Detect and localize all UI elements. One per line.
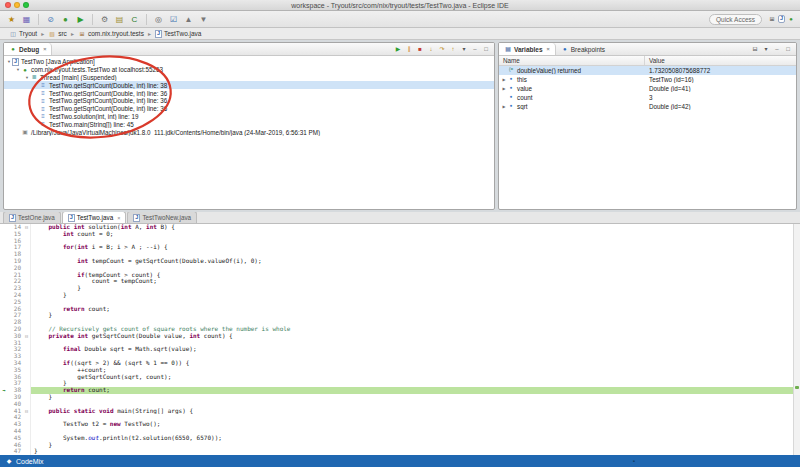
debug-tree-row[interactable]: ≡TestTwo.getSqrtCount(Double, int) line:… — [4, 105, 494, 113]
save-icon[interactable]: ▦ — [20, 13, 33, 26]
open-perspective-icon[interactable]: ⊞ — [768, 13, 776, 26]
variable-row[interactable]: ▶●thisTestTwo (id=16) — [499, 75, 796, 84]
fold-marker-icon[interactable]: ⊟ — [23, 224, 31, 231]
debug-tree-row[interactable]: ≡TestTwo.main(String[]) line: 45 — [4, 120, 494, 128]
code-line[interactable]: 24 } — [0, 292, 793, 299]
code-line[interactable]: 31 — [0, 340, 793, 347]
new-wizard-icon[interactable]: ★ — [5, 13, 18, 26]
minimize-icon[interactable]: – — [471, 46, 479, 52]
collapse-all-icon[interactable]: ⊟ — [751, 46, 759, 52]
code-line[interactable]: 20 — [0, 265, 793, 272]
tab-variables[interactable]: ▤Variables× — [499, 43, 556, 55]
code-line[interactable]: 44 — [0, 428, 793, 435]
code-line[interactable]: 15 int count = 0; — [0, 231, 793, 238]
overview-ruler[interactable] — [793, 224, 800, 455]
code-line[interactable]: 37 } — [0, 380, 793, 387]
breadcrumb-item[interactable]: JTestTwo.java — [152, 30, 205, 38]
code-line[interactable]: 22 count = tempCount; — [0, 278, 793, 285]
debug-tree-row[interactable]: ▼JTestTwo [Java Application] — [4, 58, 494, 66]
code-line[interactable]: 17 for(int i = B; i > A ; --i) { — [0, 244, 793, 251]
breadcrumb-item[interactable]: ▧src — [45, 30, 70, 37]
code-line[interactable]: 45 System.out.println(t2.solution(6550, … — [0, 435, 793, 442]
current-line-marker[interactable] — [795, 386, 799, 389]
breadcrumb-item[interactable]: ◫Tryout — [6, 30, 40, 37]
code-line[interactable]: 28 — [0, 319, 793, 326]
resume-icon[interactable]: ▶ — [394, 46, 402, 52]
editor-tab-testtwo-java[interactable]: JTestTwo.java× — [62, 211, 127, 223]
view-menu-icon[interactable]: ▾ — [460, 46, 468, 52]
search-icon[interactable]: ◎ — [152, 13, 165, 26]
code-line[interactable]: 30⊟ private int getSqrtCount(Double valu… — [0, 333, 793, 340]
code-line[interactable]: 36 getSqrtCount(sqrt, count); — [0, 374, 793, 381]
code-line[interactable]: 43 TestTwo t2 = new TestTwo(); — [0, 421, 793, 428]
variable-row[interactable]: ●count3 — [499, 93, 796, 102]
editor-tab-testtwonew-java[interactable]: JTestTwoNew.java — [127, 211, 197, 223]
breadcrumb-item[interactable]: ⊞com.nix.tryout.tests — [75, 30, 147, 37]
close-icon[interactable]: × — [547, 46, 550, 52]
suspend-icon[interactable]: ∥ — [405, 46, 413, 52]
debug-tree-row[interactable]: ≡TestTwo.getSqrtCount(Double, int) line:… — [4, 89, 494, 97]
code-line[interactable]: →38 return count; — [0, 387, 793, 394]
close-window-button[interactable] — [5, 2, 11, 8]
debug-tree-row[interactable]: ▣/Library/Java/JavaVirtualMachines/jdk1.… — [4, 128, 494, 136]
code-line[interactable]: 27 } — [0, 312, 793, 319]
code-line[interactable]: 47} — [0, 448, 793, 455]
java-perspective-icon[interactable]: J — [778, 15, 785, 23]
run-icon[interactable]: ▶ — [74, 13, 87, 26]
debug-tree-row[interactable]: ▼≣Thread [main] (Suspended) — [4, 74, 494, 82]
prev-annotation-icon[interactable]: ▲ — [182, 13, 195, 26]
skip-breakpoints-icon[interactable]: ⊘ — [44, 13, 57, 26]
code-line[interactable]: 42 — [0, 414, 793, 421]
fold-marker-icon[interactable]: ⊟ — [23, 408, 31, 415]
code-line[interactable]: 39 } — [0, 394, 793, 401]
step-return-icon[interactable]: ↑ — [449, 46, 457, 52]
variable-row[interactable]: (=doubleValue() returned1.73205080756887… — [499, 66, 796, 75]
debug-perspective-icon[interactable]: ● — [787, 13, 795, 26]
code-line[interactable]: 32 final Double sqrt = Math.sqrt(value); — [0, 346, 793, 353]
maximize-icon[interactable]: □ — [482, 46, 490, 52]
maximize-icon[interactable]: □ — [784, 46, 792, 52]
close-icon[interactable]: × — [117, 215, 120, 221]
view-menu-icon[interactable]: ▾ — [762, 46, 770, 52]
zoom-window-button[interactable] — [23, 2, 29, 8]
minimize-icon[interactable]: – — [773, 46, 781, 52]
code-line[interactable]: 33 — [0, 353, 793, 360]
task-icon[interactable]: ☑ — [167, 13, 180, 26]
variable-row[interactable]: ▶●sqrtDouble (id=42) — [499, 102, 796, 111]
debug-tree-row[interactable]: ≡TestTwo.getSqrtCount(Double, int) line:… — [4, 81, 494, 89]
code-line[interactable]: 16 — [0, 238, 793, 245]
coverage-icon[interactable]: ▤ — [113, 13, 126, 26]
debug-icon[interactable]: ● — [59, 13, 72, 26]
code-line[interactable]: 18 — [0, 251, 793, 258]
column-header-value[interactable]: Value — [645, 56, 796, 65]
code-line[interactable]: 34 if((sqrt > 2) && (sqrt % 1 == 0)) { — [0, 360, 793, 367]
quick-access-button[interactable]: Quick Access — [709, 14, 762, 25]
code-line[interactable]: 46 } — [0, 442, 793, 449]
status-icon[interactable]: ▪ — [633, 458, 635, 464]
debug-tree-row[interactable]: ≡TestTwo.getSqrtCount(Double, int) line:… — [4, 97, 494, 105]
code-line[interactable]: 35 ++count; — [0, 367, 793, 374]
code-line[interactable]: 25 — [0, 299, 793, 306]
tab-debug[interactable]: ● Debug × — [4, 43, 52, 55]
new-class-icon[interactable]: C — [128, 13, 141, 26]
code-line[interactable]: 23 } — [0, 285, 793, 292]
tab-breakpoints[interactable]: ●Breakpoints — [556, 43, 610, 55]
code-line[interactable]: 19 int tempCount = getSqrtCount(Double.v… — [0, 258, 793, 265]
minimize-window-button[interactable] — [14, 2, 20, 8]
code-line[interactable]: 41⊟ public static void main(String[] arg… — [0, 408, 793, 415]
external-tools-icon[interactable]: ⚙ — [98, 13, 111, 26]
code-line[interactable]: 14⊟ public int solution(int A, int B) { — [0, 224, 793, 231]
next-annotation-icon[interactable]: ▼ — [197, 13, 210, 26]
variable-row[interactable]: ▶●valueDouble (id=41) — [499, 84, 796, 93]
debug-tree-row[interactable]: ▼●com.nix.tryout.tests.TestTwo at localh… — [4, 66, 494, 74]
editor-tab-testone-java[interactable]: JTestOne.java — [3, 211, 61, 223]
step-over-icon[interactable]: ↷ — [438, 46, 446, 52]
code-line[interactable]: 26 return count; — [0, 306, 793, 313]
close-icon[interactable]: × — [43, 46, 46, 52]
column-header-name[interactable]: Name — [499, 56, 645, 65]
code-editor[interactable]: 14⊟ public int solution(int A, int B) {1… — [0, 224, 800, 455]
code-line[interactable]: 29 // Recursively gets count of square r… — [0, 326, 793, 333]
debug-tree-row[interactable]: ≡TestTwo.solution(int, int) line: 19 — [4, 113, 494, 121]
code-line[interactable]: 21 if(tempCount > count) { — [0, 272, 793, 279]
step-into-icon[interactable]: ↓ — [427, 46, 435, 52]
